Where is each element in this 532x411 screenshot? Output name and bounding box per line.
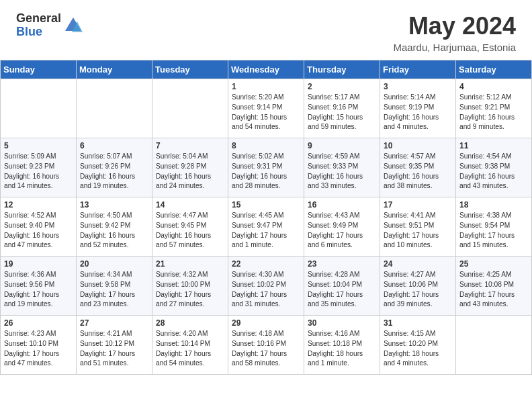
day-info: Sunrise: 4:47 AM Sunset: 9:45 PM Dayligh… xyxy=(156,211,224,250)
calendar-week-1: 1Sunrise: 5:20 AM Sunset: 9:14 PM Daylig… xyxy=(1,79,532,138)
day-number: 3 xyxy=(384,82,452,91)
day-info: Sunrise: 4:30 AM Sunset: 10:02 PM Daylig… xyxy=(232,270,300,310)
day-info: Sunrise: 4:27 AM Sunset: 10:06 PM Daylig… xyxy=(384,270,452,310)
calendar-day-11: 11Sunrise: 4:54 AM Sunset: 9:38 PM Dayli… xyxy=(456,138,532,197)
day-info: Sunrise: 4:45 AM Sunset: 9:47 PM Dayligh… xyxy=(232,211,300,250)
day-number: 7 xyxy=(156,141,224,150)
calendar-day-30: 30Sunrise: 4:16 AM Sunset: 10:18 PM Dayl… xyxy=(304,316,380,375)
day-header-wednesday: Wednesday xyxy=(228,60,304,79)
day-number: 28 xyxy=(156,318,224,328)
logo-blue: Blue xyxy=(16,26,61,39)
day-number: 27 xyxy=(80,318,148,328)
day-info: Sunrise: 4:25 AM Sunset: 10:08 PM Daylig… xyxy=(459,270,528,310)
day-info: Sunrise: 4:38 AM Sunset: 9:54 PM Dayligh… xyxy=(459,211,528,250)
day-number: 14 xyxy=(156,200,224,210)
day-info: Sunrise: 4:50 AM Sunset: 9:42 PM Dayligh… xyxy=(80,211,148,250)
day-info: Sunrise: 5:20 AM Sunset: 9:14 PM Dayligh… xyxy=(232,93,300,132)
day-number: 23 xyxy=(308,259,376,269)
calendar-day-22: 22Sunrise: 4:30 AM Sunset: 10:02 PM Dayl… xyxy=(228,257,304,316)
day-number: 26 xyxy=(4,318,73,328)
calendar-header-row: SundayMondayTuesdayWednesdayThursdayFrid… xyxy=(1,60,532,79)
calendar-day-24: 24Sunrise: 4:27 AM Sunset: 10:06 PM Dayl… xyxy=(380,257,456,316)
day-info: Sunrise: 4:20 AM Sunset: 10:14 PM Daylig… xyxy=(156,329,224,369)
day-number: 1 xyxy=(232,82,300,91)
day-number: 6 xyxy=(80,141,148,150)
calendar-day-25: 25Sunrise: 4:25 AM Sunset: 10:08 PM Dayl… xyxy=(456,257,532,316)
day-number: 29 xyxy=(232,318,300,328)
day-number: 24 xyxy=(384,259,452,269)
calendar-day-2: 2Sunrise: 5:17 AM Sunset: 9:16 PM Daylig… xyxy=(304,79,380,138)
day-info: Sunrise: 4:36 AM Sunset: 9:56 PM Dayligh… xyxy=(4,270,73,310)
day-info: Sunrise: 4:16 AM Sunset: 10:18 PM Daylig… xyxy=(308,329,376,369)
day-info: Sunrise: 5:02 AM Sunset: 9:31 PM Dayligh… xyxy=(232,152,300,191)
calendar-day-23: 23Sunrise: 4:28 AM Sunset: 10:04 PM Dayl… xyxy=(304,257,380,316)
empty-cell xyxy=(77,79,152,138)
calendar-week-3: 12Sunrise: 4:52 AM Sunset: 9:40 PM Dayli… xyxy=(1,197,532,257)
day-info: Sunrise: 5:12 AM Sunset: 9:21 PM Dayligh… xyxy=(459,93,528,132)
day-info: Sunrise: 4:43 AM Sunset: 9:49 PM Dayligh… xyxy=(308,211,376,250)
day-number: 30 xyxy=(308,318,376,328)
day-info: Sunrise: 5:14 AM Sunset: 9:19 PM Dayligh… xyxy=(384,93,452,132)
day-info: Sunrise: 5:07 AM Sunset: 9:26 PM Dayligh… xyxy=(80,152,148,191)
day-info: Sunrise: 5:04 AM Sunset: 9:28 PM Dayligh… xyxy=(156,152,224,191)
day-info: Sunrise: 4:18 AM Sunset: 10:16 PM Daylig… xyxy=(232,329,300,369)
empty-cell xyxy=(1,79,77,138)
calendar-day-4: 4Sunrise: 5:12 AM Sunset: 9:21 PM Daylig… xyxy=(456,79,532,138)
logo: General Blue xyxy=(16,12,83,39)
day-number: 5 xyxy=(4,141,73,150)
day-info: Sunrise: 5:09 AM Sunset: 9:23 PM Dayligh… xyxy=(4,152,73,191)
day-number: 4 xyxy=(459,82,528,91)
calendar-day-7: 7Sunrise: 5:04 AM Sunset: 9:28 PM Daylig… xyxy=(152,138,228,197)
calendar-day-26: 26Sunrise: 4:23 AM Sunset: 10:10 PM Dayl… xyxy=(1,316,77,375)
calendar-week-4: 19Sunrise: 4:36 AM Sunset: 9:56 PM Dayli… xyxy=(1,257,532,316)
day-number: 10 xyxy=(384,141,452,150)
day-number: 17 xyxy=(384,200,452,210)
calendar-day-8: 8Sunrise: 5:02 AM Sunset: 9:31 PM Daylig… xyxy=(228,138,304,197)
calendar-day-21: 21Sunrise: 4:32 AM Sunset: 10:00 PM Dayl… xyxy=(152,257,228,316)
day-number: 19 xyxy=(4,259,73,269)
day-number: 8 xyxy=(232,141,300,150)
calendar: SundayMondayTuesdayWednesdayThursdayFrid… xyxy=(0,60,532,375)
day-number: 2 xyxy=(308,82,376,91)
calendar-day-18: 18Sunrise: 4:38 AM Sunset: 9:54 PM Dayli… xyxy=(456,197,532,257)
calendar-week-5: 26Sunrise: 4:23 AM Sunset: 10:10 PM Dayl… xyxy=(1,316,532,375)
day-number: 22 xyxy=(232,259,300,269)
calendar-day-31: 31Sunrise: 4:15 AM Sunset: 10:20 PM Dayl… xyxy=(380,316,456,375)
day-info: Sunrise: 4:32 AM Sunset: 10:00 PM Daylig… xyxy=(156,270,224,310)
logo-general: General xyxy=(16,12,61,26)
calendar-day-10: 10Sunrise: 4:57 AM Sunset: 9:35 PM Dayli… xyxy=(380,138,456,197)
calendar-day-3: 3Sunrise: 5:14 AM Sunset: 9:19 PM Daylig… xyxy=(380,79,456,138)
calendar-day-17: 17Sunrise: 4:41 AM Sunset: 9:51 PM Dayli… xyxy=(380,197,456,257)
day-number: 25 xyxy=(459,259,528,269)
day-info: Sunrise: 4:52 AM Sunset: 9:40 PM Dayligh… xyxy=(4,211,73,250)
day-info: Sunrise: 4:23 AM Sunset: 10:10 PM Daylig… xyxy=(4,329,73,369)
calendar-day-1: 1Sunrise: 5:20 AM Sunset: 9:14 PM Daylig… xyxy=(228,79,304,138)
logo-text: General Blue xyxy=(16,12,61,39)
day-number: 16 xyxy=(308,200,376,210)
day-number: 13 xyxy=(80,200,148,210)
calendar-week-2: 5Sunrise: 5:09 AM Sunset: 9:23 PM Daylig… xyxy=(1,138,532,197)
day-number: 9 xyxy=(308,141,376,150)
day-header-monday: Monday xyxy=(77,60,152,79)
day-number: 11 xyxy=(459,141,528,150)
calendar-day-28: 28Sunrise: 4:20 AM Sunset: 10:14 PM Dayl… xyxy=(152,316,228,375)
calendar-day-6: 6Sunrise: 5:07 AM Sunset: 9:26 PM Daylig… xyxy=(77,138,152,197)
day-info: Sunrise: 4:15 AM Sunset: 10:20 PM Daylig… xyxy=(384,329,452,369)
day-number: 20 xyxy=(80,259,148,269)
day-number: 31 xyxy=(384,318,452,328)
day-info: Sunrise: 4:28 AM Sunset: 10:04 PM Daylig… xyxy=(308,270,376,310)
location-title: Maardu, Harjumaa, Estonia xyxy=(393,42,516,53)
calendar-day-14: 14Sunrise: 4:47 AM Sunset: 9:45 PM Dayli… xyxy=(152,197,228,257)
empty-cell xyxy=(456,316,532,375)
day-info: Sunrise: 4:34 AM Sunset: 9:58 PM Dayligh… xyxy=(80,270,148,310)
day-header-saturday: Saturday xyxy=(456,60,532,79)
logo-icon xyxy=(64,16,83,35)
day-info: Sunrise: 5:17 AM Sunset: 9:16 PM Dayligh… xyxy=(308,93,376,132)
calendar-day-12: 12Sunrise: 4:52 AM Sunset: 9:40 PM Dayli… xyxy=(1,197,77,257)
calendar-day-5: 5Sunrise: 5:09 AM Sunset: 9:23 PM Daylig… xyxy=(1,138,77,197)
calendar-day-29: 29Sunrise: 4:18 AM Sunset: 10:16 PM Dayl… xyxy=(228,316,304,375)
calendar-day-27: 27Sunrise: 4:21 AM Sunset: 10:12 PM Dayl… xyxy=(77,316,152,375)
empty-cell xyxy=(152,79,228,138)
month-title: May 2024 xyxy=(393,12,516,40)
day-header-sunday: Sunday xyxy=(1,60,77,79)
